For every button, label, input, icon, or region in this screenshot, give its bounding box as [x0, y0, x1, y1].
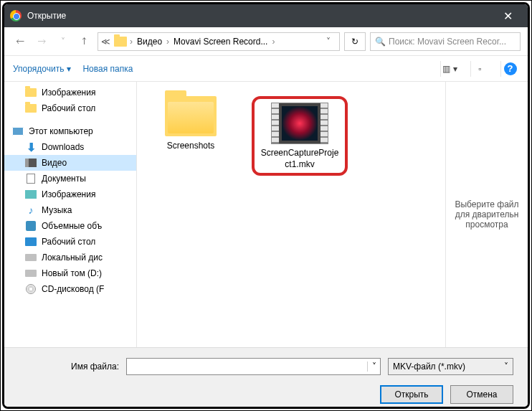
tree-item-label: Изображения [42, 88, 95, 98]
search-input[interactable]: 🔍 Поиск: Movavi Screen Recor... [370, 32, 521, 51]
file-label: Screenshots [151, 141, 230, 152]
file-label: ScreenCaptureProject1.mkv [260, 148, 339, 170]
disk-icon [24, 252, 37, 263]
breadcrumb-bar[interactable]: ≪ › Видео › Movavi Screen Record... › ˅ [98, 32, 340, 51]
tree-item-2[interactable]: Этот компьютер [4, 123, 136, 139]
preview-text: Выберите файл для дварительн просмотра [450, 199, 523, 230]
crumb-dropdown-icon[interactable]: ˅ [326, 37, 336, 47]
crumb-history-icon[interactable]: ≪ [101, 37, 111, 47]
crumb-separator: › [130, 37, 133, 47]
tree-item-label: Видео [42, 158, 67, 168]
window-title: Открытие [27, 11, 493, 21]
tree-item-label: Рабочий стол [42, 237, 95, 247]
search-placeholder: Поиск: Movavi Screen Recor... [389, 37, 506, 47]
video-icon [272, 103, 328, 143]
video-icon [24, 157, 37, 169]
cd-icon [24, 283, 37, 295]
highlighted-file: ScreenCaptureProject1.mkv [252, 96, 348, 176]
tree-item-label: Этот компьютер [29, 126, 93, 136]
chrome-icon [10, 10, 22, 22]
help-button[interactable]: ? [500, 61, 519, 77]
crumb-videos[interactable]: Видео [136, 37, 163, 47]
disk-icon [24, 268, 37, 279]
recent-dropdown[interactable]: ˅ [54, 33, 72, 50]
new-folder-button[interactable]: Новая папка [82, 64, 133, 74]
back-button[interactable]: 🡐 [11, 33, 29, 50]
forward-button[interactable]: 🡒 [33, 33, 50, 50]
toolbar: Упорядочить ▾ Новая папка ▥ ▾ ▫ ? [4, 56, 528, 82]
tree-item-10[interactable]: Локальный дис [4, 250, 136, 265]
tree-item-6[interactable]: Изображения [4, 186, 136, 202]
filename-label: Имя файла: [19, 362, 119, 372]
crumb-separator: › [272, 37, 275, 47]
tree-item-1[interactable]: Рабочий стол [4, 100, 136, 116]
tree-item-label: Новый том (D:) [42, 268, 102, 278]
help-icon: ? [504, 62, 517, 75]
tree-item-label: Изображения [42, 189, 95, 199]
tree-item-0[interactable]: Изображения [4, 85, 136, 100]
desktop-icon [24, 236, 37, 247]
folder-icon [114, 37, 127, 47]
tree-item-4[interactable]: Видео [4, 155, 136, 171]
3d-icon [24, 220, 37, 232]
folder-icon [24, 87, 37, 98]
file-video-screencapture[interactable]: ScreenCaptureProject1.mkv [260, 103, 339, 170]
folder-icon [165, 96, 217, 136]
open-button[interactable]: Открыть [380, 385, 443, 404]
folder-icon [24, 103, 37, 114]
tree-item-label: CD-дисковод (F [42, 284, 104, 294]
dl-icon: ⬇ [24, 141, 37, 153]
filetype-filter[interactable]: MKV-файл (*.mkv) ˅ [388, 358, 513, 375]
filename-input[interactable] [127, 359, 367, 374]
crumb-separator: › [166, 37, 169, 47]
filename-combobox[interactable]: ˅ [126, 358, 381, 375]
doc-icon [24, 173, 37, 184]
tree-item-label: Музыка [42, 205, 72, 215]
file-folder-screenshots[interactable]: Screenshots [151, 96, 230, 152]
search-icon: 🔍 [375, 37, 386, 47]
tree-item-label: Downloads [42, 142, 84, 152]
preview-pane: Выберите файл для дварительн просмотра [445, 82, 528, 347]
chevron-down-icon: ˅ [504, 362, 508, 372]
tree-item-label: Объемные объ [42, 221, 102, 231]
tree-item-5[interactable]: Документы [4, 171, 136, 186]
preview-pane-button[interactable]: ▫ [470, 61, 489, 77]
tree-item-11[interactable]: Новый том (D:) [4, 265, 136, 281]
organize-button[interactable]: Упорядочить ▾ [13, 64, 71, 74]
footer: Имя файла: ˅ MKV-файл (*.mkv) ˅ Открыть … [4, 347, 528, 409]
close-button[interactable]: ✕ [493, 9, 522, 23]
titlebar: Открытие ✕ [4, 4, 528, 27]
tree-item-label: Рабочий стол [42, 103, 95, 113]
tree-item-7[interactable]: ♪Музыка [4, 202, 136, 218]
tree-item-3[interactable]: ⬇Downloads [4, 139, 136, 155]
filename-dropdown-icon[interactable]: ˅ [367, 362, 380, 372]
navigation-tree[interactable]: ИзображенияРабочий столЭтот компьютер⬇Do… [4, 82, 137, 347]
music-icon: ♪ [24, 204, 37, 216]
tree-item-12[interactable]: CD-дисковод (F [4, 281, 136, 297]
img-icon [24, 189, 37, 200]
refresh-button[interactable]: ↻ [344, 32, 366, 51]
filter-label: MKV-файл (*.mkv) [393, 362, 504, 372]
pc-icon [11, 126, 24, 137]
chevron-down-icon: ▾ [67, 64, 71, 74]
tree-item-label: Локальный дис [42, 252, 103, 263]
up-button[interactable]: 🡑 [76, 33, 93, 50]
tree-item-9[interactable]: Рабочий стол [4, 234, 136, 250]
file-list[interactable]: Screenshots ScreenCaptureProject1.mkv [137, 82, 445, 347]
tree-item-8[interactable]: Объемные объ [4, 218, 136, 234]
cancel-button[interactable]: Отмена [450, 385, 513, 404]
view-options-button[interactable]: ▥ ▾ [440, 61, 459, 77]
navbar: 🡐 🡒 ˅ 🡑 ≪ › Видео › Movavi Screen Record… [4, 27, 528, 56]
tree-item-label: Документы [42, 174, 86, 184]
crumb-current[interactable]: Movavi Screen Record... [172, 37, 269, 47]
